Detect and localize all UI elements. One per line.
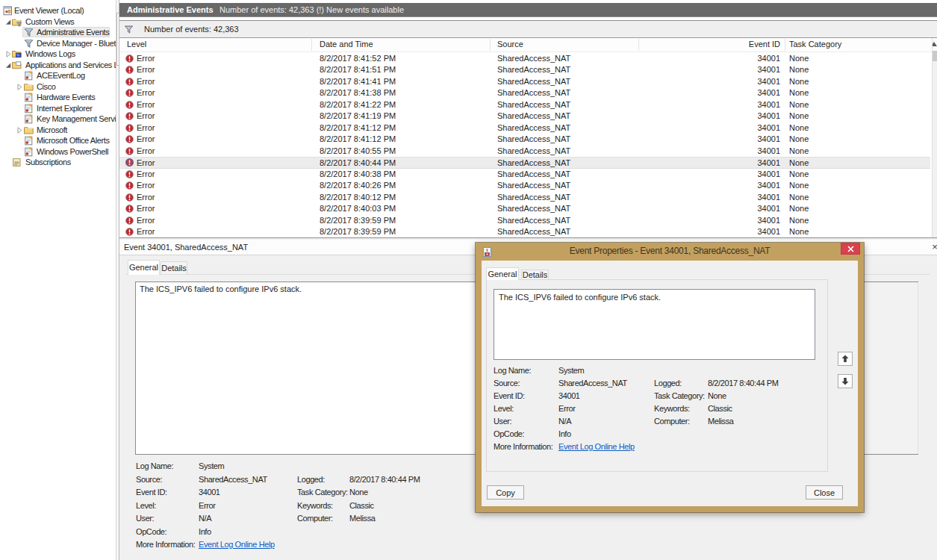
tree-item-custom-views[interactable]: Custom Views <box>0 16 116 28</box>
tree-item-administrative-events[interactable]: Administrative Events <box>0 27 116 38</box>
tree-item-label[interactable]: Key Management Service <box>37 113 116 125</box>
tree-item-label[interactable]: Custom Views <box>25 16 74 28</box>
error-icon <box>125 112 134 120</box>
scroll-up-button[interactable] <box>933 38 937 51</box>
preview-tab-details[interactable]: Details <box>161 261 187 275</box>
event-row[interactable]: Error 8/2/2017 8:39:59 PM SharedAccess_N… <box>119 215 930 227</box>
collapse-arrow-icon[interactable] <box>4 18 12 26</box>
event-field-row: Event ID: 34001 Task Category: None <box>494 391 826 402</box>
expand-arrow-icon[interactable] <box>4 50 12 58</box>
event-row[interactable]: Error 8/2/2017 8:41:19 PM SharedAccess_N… <box>119 111 930 122</box>
tree-item-label[interactable]: Administrative Events <box>37 27 109 38</box>
column-divider[interactable] <box>311 39 312 51</box>
log-icon <box>24 71 34 81</box>
dialog-tab-general[interactable]: General <box>486 267 519 280</box>
filter-icon <box>124 24 134 34</box>
tree-item-label[interactable]: Subscriptions <box>25 157 71 168</box>
subscriptions-icon <box>12 158 22 167</box>
event-row[interactable]: Error 8/2/2017 8:40:38 PM SharedAccess_N… <box>119 169 930 181</box>
column-divider[interactable] <box>490 39 491 51</box>
event-viewer-window: Event Viewer (Local) Custom Views Admini… <box>0 0 937 560</box>
events-scrollbar[interactable] <box>932 38 937 237</box>
event-row[interactable]: Error 8/2/2017 8:39:59 PM SharedAccess_N… <box>119 226 930 237</box>
arrow-down-icon <box>841 377 849 385</box>
close-button[interactable]: Close <box>806 485 843 500</box>
tree-item-label[interactable]: Windows Logs <box>25 49 75 60</box>
event-row[interactable]: Error 8/2/2017 8:40:12 PM SharedAccess_N… <box>119 192 930 204</box>
tree-item-microsoft[interactable]: Microsoft <box>0 125 116 136</box>
event-row[interactable]: Error 8/2/2017 8:41:38 PM SharedAccess_N… <box>119 87 930 99</box>
dialog-close-button[interactable] <box>841 243 860 255</box>
error-icon <box>125 66 134 74</box>
column-header-source[interactable]: Source <box>497 38 523 51</box>
tree-item-label[interactable]: Microsoft <box>37 125 67 136</box>
event-viewer-icon <box>3 6 13 16</box>
results-header-bar: Administrative EventsNumber of events: 4… <box>119 3 937 17</box>
folder-icon <box>24 82 34 92</box>
column-header-eventid[interactable]: Event ID <box>709 38 780 51</box>
next-event-button[interactable] <box>838 374 853 388</box>
events-scrollbar-thumb[interactable] <box>933 51 937 61</box>
event-log-online-help-link[interactable]: Event Log Online Help <box>199 540 275 549</box>
expand-arrow-icon[interactable] <box>16 126 23 134</box>
tree-item-device-manager-blueto[interactable]: Device Manager - Blueto <box>0 38 116 49</box>
event-row[interactable]: Error 8/2/2017 8:41:12 PM SharedAccess_N… <box>119 122 930 134</box>
tree-item-label[interactable]: Applications and Services Lo <box>25 60 116 71</box>
filter-icon <box>24 39 34 49</box>
error-icon <box>125 217 134 225</box>
expand-arrow-icon[interactable] <box>16 83 23 91</box>
events-table-header[interactable]: Level Date and Time Source Event ID Task… <box>119 38 937 52</box>
column-header-level[interactable]: Level <box>127 38 146 51</box>
tree-item-label[interactable]: Device Manager - Blueto <box>37 38 116 49</box>
event-row[interactable]: Error 8/2/2017 8:40:26 PM SharedAccess_N… <box>119 180 930 192</box>
error-icon <box>125 147 134 155</box>
results-header-title: Administrative Events <box>127 3 214 17</box>
event-row[interactable]: Error 8/2/2017 8:41:51 PM SharedAccess_N… <box>119 64 930 76</box>
event-field-row: More Information: Event Log Online Help <box>136 540 808 551</box>
arrow-up-icon <box>841 355 849 363</box>
event-row[interactable]: Error 8/2/2017 8:40:44 PM SharedAccess_N… <box>119 157 930 169</box>
event-field-row: User: N/A Computer: Melissa <box>136 514 808 525</box>
tree-item-label[interactable]: Microsoft Office Alerts <box>37 135 110 146</box>
tree-item-label[interactable]: Hardware Events <box>37 92 95 103</box>
error-icon <box>125 193 134 202</box>
column-divider[interactable] <box>785 39 785 51</box>
tree-item-windows-powershell[interactable]: Windows PowerShell <box>0 146 116 158</box>
tree-item-applications-and-services-lo[interactable]: Applications and Services Lo <box>0 60 116 71</box>
column-divider[interactable] <box>638 39 639 51</box>
previous-event-button[interactable] <box>838 352 853 366</box>
column-header-date[interactable]: Date and Time <box>320 38 373 51</box>
event-row[interactable]: Error 8/2/2017 8:41:52 PM SharedAccess_N… <box>119 53 930 65</box>
event-field-row: OpCode: Info <box>136 527 808 538</box>
copy-button[interactable]: Copy <box>487 485 524 500</box>
preview-tab-general[interactable]: General <box>128 260 160 275</box>
tree-item-internet-explorer[interactable]: Internet Explorer <box>0 103 116 114</box>
tree-item-hardware-events[interactable]: Hardware Events <box>0 92 116 103</box>
tree-item-key-management-service[interactable]: Key Management Service <box>0 113 116 125</box>
tree-item-windows-logs[interactable]: Windows Logs <box>0 49 116 60</box>
tree-item-subscriptions[interactable]: Subscriptions <box>0 157 116 168</box>
tree-item-event-viewer-local[interactable]: Event Viewer (Local) <box>0 5 116 16</box>
collapse-arrow-icon[interactable] <box>4 61 12 69</box>
tree-item-microsoft-office-alerts[interactable]: Microsoft Office Alerts <box>0 135 116 146</box>
tree-item-label[interactable]: ACEEventLog <box>37 70 85 81</box>
tree-item-label[interactable]: Event Viewer (Local) <box>14 5 84 16</box>
tree-item-label[interactable]: Internet Explorer <box>37 103 93 114</box>
tree-item-label[interactable]: Windows PowerShell <box>37 146 108 158</box>
event-row[interactable]: Error 8/2/2017 8:41:12 PM SharedAccess_N… <box>119 134 930 146</box>
dialog-message-box[interactable]: The ICS_IPV6 failed to configure IPv6 st… <box>494 289 815 360</box>
event-row[interactable]: Error 8/2/2017 8:41:41 PM SharedAccess_N… <box>119 76 930 88</box>
apps-logs-folder-icon <box>12 60 22 70</box>
tree-item-label[interactable]: Cisco <box>37 81 56 93</box>
event-row[interactable]: Error 8/2/2017 8:41:22 PM SharedAccess_N… <box>119 99 930 111</box>
column-header-taskcategory[interactable]: Task Category <box>789 38 841 51</box>
tree-item-cisco[interactable]: Cisco <box>0 81 116 93</box>
preview-close-icon[interactable]: × <box>930 241 937 253</box>
tree-item-aceeventlog[interactable]: ACEEventLog <box>0 70 116 81</box>
event-field-row: OpCode: Info <box>494 429 826 441</box>
event-row[interactable]: Error 8/2/2017 8:40:55 PM SharedAccess_N… <box>119 146 930 158</box>
event-log-online-help-link[interactable]: Event Log Online Help <box>558 442 635 451</box>
event-row[interactable]: Error 8/2/2017 8:40:03 PM SharedAccess_N… <box>119 203 930 215</box>
error-icon <box>125 101 134 109</box>
dialog-tab-details[interactable]: Details <box>521 270 549 280</box>
